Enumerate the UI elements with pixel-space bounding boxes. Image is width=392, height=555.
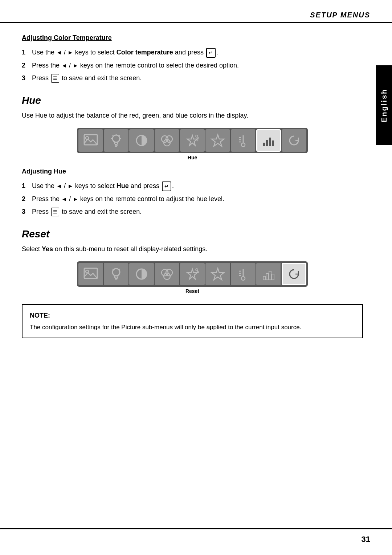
color-temp-step-2: 2 Press the ◄ / ► keys on the remote con… [22, 61, 363, 70]
menu-item-star-sparkle [180, 129, 205, 152]
svg-marker-18 [212, 135, 224, 146]
page-container: SETUP MENUS English Adjusting Color Temp… [0, 0, 392, 555]
step-number-1: 1 [22, 48, 32, 57]
header-section: SETUP MENUS [0, 0, 392, 22]
hue-step-3: 3 Press ☰ to save and exit the screen. [22, 207, 363, 217]
reset-menu-item-star [205, 263, 230, 285]
hue-step-number-3: 3 [22, 207, 32, 217]
hue-steps: 1 Use the ◄ / ► keys to select Hue and p… [22, 181, 363, 217]
reset-menu-item-color [155, 263, 179, 285]
reset-menu-label: Reset [185, 288, 199, 294]
svg-rect-0 [84, 135, 97, 145]
hue-step-2-content: Press the ◄ / ► keys on the remote contr… [32, 194, 363, 204]
svg-point-20 [241, 143, 245, 147]
svg-rect-25 [266, 140, 268, 146]
color-temp-steps: 1 Use the ◄ / ► keys to select Color tem… [22, 48, 363, 83]
hue-step-2: 2 Press the ◄ / ► keys on the remote con… [22, 194, 363, 204]
svg-line-6 [113, 135, 113, 136]
svg-point-17 [197, 140, 198, 141]
reset-menu-item-reset [282, 263, 306, 285]
hue-menu-bar-wrapper: Hue [22, 128, 363, 160]
svg-marker-43 [212, 268, 224, 280]
color-temp-title: Adjusting Color Temperature [22, 34, 363, 42]
svg-rect-26 [269, 138, 271, 146]
reset-menu-item-picture [78, 263, 103, 285]
step-3-content: Press ☰ to save and exit the screen. [32, 73, 363, 83]
svg-line-7 [119, 135, 120, 136]
step-1-content: Use the ◄ / ► keys to select Color tempe… [32, 48, 363, 58]
side-tab-text: English [380, 88, 388, 122]
step-number-2: 2 [22, 61, 32, 70]
svg-rect-27 [272, 140, 274, 146]
page-number: 31 [362, 535, 370, 544]
svg-point-1 [86, 136, 89, 139]
color-temp-step-1: 1 Use the ◄ / ► keys to select Color tem… [22, 48, 363, 58]
color-temp-section: Adjusting Color Temperature 1 Use the ◄ … [22, 34, 363, 83]
svg-rect-28 [84, 268, 97, 278]
yes-bold: Yes [42, 245, 53, 253]
reset-section: Reset Select Yes on this sub-menu to res… [22, 228, 363, 339]
reset-description: Select Yes on this sub-menu to reset all… [22, 244, 363, 254]
hue-menu-icon: ☰ [51, 208, 59, 216]
note-title: NOTE: [30, 311, 355, 321]
reset-menu-item-hue [256, 263, 281, 285]
hue-left-arrow-2: ◄ [61, 195, 67, 204]
reset-menu-item-star-sparkle [180, 263, 205, 285]
svg-rect-50 [266, 273, 268, 280]
hue-heading: Hue [22, 95, 363, 106]
reset-menu-item-contrast [129, 263, 154, 285]
hue-description: Use Hue to adjust the balance of the red… [22, 111, 363, 121]
menu-item-bulb [104, 129, 128, 152]
reset-menu-item-bulb [104, 263, 128, 285]
hue-step-1: 1 Use the ◄ / ► keys to select Hue and p… [22, 181, 363, 191]
svg-line-34 [113, 269, 113, 270]
hue-menu-bar [77, 128, 308, 153]
menu-item-star [205, 129, 230, 152]
enter-icon: ↵ [206, 48, 216, 58]
reset-menu-item-adjust [231, 263, 256, 285]
svg-point-42 [197, 271, 199, 273]
svg-point-41 [196, 269, 198, 271]
left-arrow-icon: ◄ [56, 48, 62, 57]
setup-menus-title: SETUP MENUS [310, 11, 370, 19]
hue-step-1-content: Use the ◄ / ► keys to select Hue and pre… [32, 181, 363, 191]
svg-rect-51 [269, 271, 271, 280]
reset-menu-bar [77, 261, 308, 287]
menu-item-contrast [129, 129, 154, 152]
adjusting-hue-title: Adjusting Hue [22, 168, 363, 175]
hue-left-arrow: ◄ [56, 182, 62, 191]
hue-step-number-2: 2 [22, 194, 32, 204]
svg-point-2 [113, 135, 120, 142]
color-temp-step-3: 3 Press ☰ to save and exit the screen. [22, 73, 363, 83]
adjusting-hue-section: Adjusting Hue 1 Use the ◄ / ► keys to se… [22, 168, 363, 217]
hue-bold: Hue [117, 182, 129, 189]
svg-point-15 [196, 135, 198, 137]
menu-item-adjust [231, 129, 256, 152]
reset-menu-bar-wrapper: Reset [22, 261, 363, 294]
bottom-rule [0, 528, 392, 530]
hue-step-number-1: 1 [22, 181, 32, 191]
svg-point-30 [113, 269, 120, 276]
menu-item-hue [256, 129, 281, 152]
hue-right-arrow: ► [68, 182, 73, 191]
right-arrow-icon-2: ► [73, 61, 78, 70]
step-number-3: 3 [22, 73, 32, 83]
svg-point-16 [197, 138, 199, 139]
color-temp-bold: Color temperature [117, 49, 173, 56]
svg-rect-24 [263, 143, 265, 146]
right-arrow-icon: ► [68, 48, 73, 57]
hue-menu-label: Hue [188, 155, 197, 160]
svg-rect-49 [263, 276, 265, 280]
menu-item-picture [78, 129, 103, 152]
main-content: Adjusting Color Temperature 1 Use the ◄ … [0, 23, 392, 356]
side-tab: English [376, 65, 392, 145]
svg-line-35 [119, 269, 120, 270]
svg-point-29 [86, 270, 89, 273]
left-arrow-icon-2: ◄ [61, 61, 67, 70]
hue-enter-icon: ↵ [162, 181, 171, 191]
note-text: The configuration settings for the Pictu… [30, 323, 355, 332]
svg-point-45 [241, 277, 245, 280]
step-2-content: Press the ◄ / ► keys on the remote contr… [32, 61, 363, 70]
hue-section: Hue Use Hue to adjust the balance of the… [22, 95, 363, 217]
menu-item-color [155, 129, 179, 152]
